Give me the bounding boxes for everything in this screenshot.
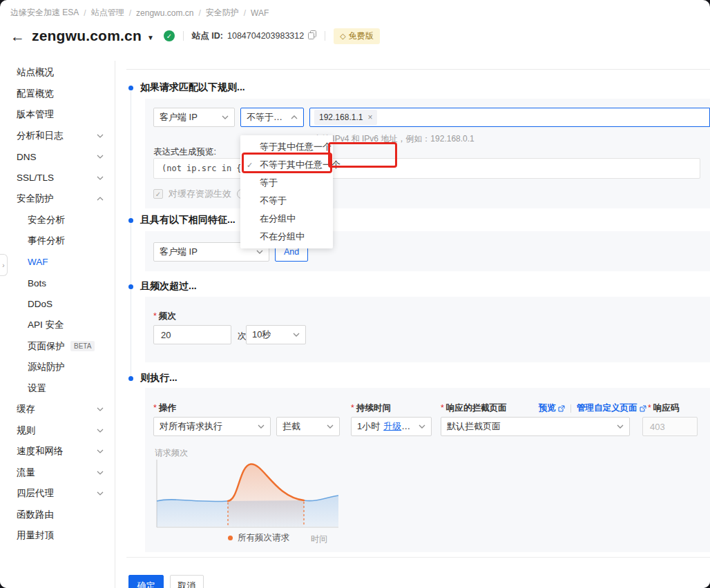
breadcrumb-item[interactable]: WAF	[251, 8, 269, 18]
sidebar-item-安全防护[interactable]: 安全防护	[0, 188, 115, 210]
sidebar-item-速度和网络[interactable]: 速度和网络	[0, 441, 115, 462]
frequency-panel: *频次 20 次/ 10秒	[145, 297, 710, 362]
ip-value: 192.168.1.1	[319, 112, 363, 122]
cache-checkbox[interactable]: ✓	[153, 189, 163, 199]
sidebar-item-label: 安全防护	[17, 193, 54, 205]
breadcrumb-item[interactable]: 边缘安全加速 ESA	[10, 7, 79, 19]
breadcrumb-item[interactable]: 安全防护	[206, 7, 239, 19]
frequency-input[interactable]: 20	[153, 325, 231, 344]
duration-value: 1小时升级至基础	[357, 420, 414, 433]
sidebar-item-label: 缓存	[17, 403, 35, 415]
sidebar-item-流量[interactable]: 流量	[0, 462, 115, 484]
copy-icon[interactable]	[308, 30, 316, 41]
sidebar-item-分析和日志[interactable]: 分析和日志	[0, 126, 115, 147]
sidebar-item-事件分析[interactable]: 事件分析	[0, 231, 115, 252]
manage-custom-page-link[interactable]: 管理自定义页面	[577, 402, 646, 414]
expression-preview-label: 表达式生成预览:	[153, 146, 216, 158]
expression-preview-code: (not ip.src in {192.168.1.1})	[153, 158, 700, 179]
breadcrumb-separator: /	[198, 8, 200, 18]
operator-menu-item-label: 等于	[260, 177, 278, 189]
sidebar-item-label: 配置概览	[17, 88, 54, 100]
plan-seal-icon: ◇	[340, 32, 345, 41]
sidebar-item-api-安全[interactable]: API 安全	[0, 315, 115, 336]
sidebar-item-版本管理[interactable]: 版本管理	[0, 104, 115, 126]
sidebar-item-规则[interactable]: 规则	[0, 420, 115, 442]
match-field-select[interactable]: 客户端 IP	[153, 108, 235, 127]
site-id: 站点 ID: 1084704203983312	[192, 30, 316, 42]
duration-select[interactable]: 1小时升级至基础	[351, 417, 432, 436]
sidebar-item-label: DNS	[17, 152, 37, 162]
breadcrumb-separator: /	[129, 8, 131, 18]
chevron-down-icon	[97, 491, 104, 496]
breadcrumb-item[interactable]: 站点管理	[91, 7, 124, 19]
rule-builder-panel: 客户端 IP 不等于其... 192.168.1.1 × 支持 IPv4 和 I…	[145, 99, 710, 208]
operator-dropdown-menu: 等于其中任意一个✓不等于其中任意一个等于不等于在分组中不在分组中	[240, 135, 333, 248]
required-mark: *	[648, 403, 651, 413]
sidebar-item-设置[interactable]: 设置	[0, 378, 115, 400]
sidebar-item-label: 事件分析	[28, 235, 65, 247]
sidebar-item-源站防护[interactable]: 源站防护	[0, 357, 115, 378]
response-code-input[interactable]: 403	[642, 417, 698, 436]
upgrade-link[interactable]: 升级至基础	[383, 421, 414, 431]
sidebar-item-四层代理[interactable]: 四层代理	[0, 483, 115, 504]
bullet-icon	[128, 218, 133, 223]
plan-badge-label: 免费版	[349, 30, 374, 42]
duration-value-text: 1小时	[357, 421, 380, 431]
operator-menu-item[interactable]: 等于	[240, 174, 333, 192]
block-page-label-text: 响应的拦截页面	[446, 403, 507, 413]
match-operator-select[interactable]: 不等于其...	[240, 108, 304, 127]
preview-link-text: 预览	[539, 402, 556, 414]
block-page-select[interactable]: 默认拦截页面	[441, 417, 630, 436]
sidebar-item-waf[interactable]: WAF	[0, 252, 115, 273]
section-frequency: 且频次超过...	[128, 280, 197, 293]
frequency-period-select[interactable]: 10秒	[246, 325, 306, 344]
sidebar-item-label: 源站防护	[28, 361, 65, 373]
sidebar-item-bots[interactable]: Bots	[0, 273, 115, 294]
operation-type-select[interactable]: 拦截	[276, 417, 340, 436]
tag-close-icon[interactable]: ×	[367, 112, 372, 122]
preview-link[interactable]: 预览	[539, 402, 565, 414]
operation-scope-select[interactable]: 对所有请求执行	[153, 417, 271, 436]
breadcrumb-item[interactable]: zengwu.com.cn	[136, 8, 193, 18]
operator-menu-item[interactable]: 在分组中	[240, 210, 333, 228]
sidebar-item-label: Bots	[28, 278, 46, 288]
chevron-down-icon	[97, 155, 104, 159]
sidebar-item-缓存[interactable]: 缓存	[0, 399, 115, 420]
external-link-icon	[640, 405, 646, 412]
sidebar-item-label: 流量	[17, 467, 35, 479]
breadcrumb: 边缘安全加速 ESA/站点管理/zengwu.com.cn/安全防护/WAF	[10, 7, 269, 19]
match-operator-value: 不等于其...	[247, 111, 287, 124]
match-value-input[interactable]: 192.168.1.1 ×	[309, 108, 710, 127]
action-panel: *操作 *持续时间 *响应的拦截页面 预览 管理自定义页面 *响应	[145, 388, 710, 552]
sidebar-item-页面保护[interactable]: 页面保护BETA	[0, 336, 115, 357]
sidebar-item-dns[interactable]: DNS	[0, 146, 115, 168]
sidebar-item-label: 用量封顶	[17, 529, 54, 542]
sidebar-item-ssl/tls[interactable]: SSL/TLS	[0, 168, 115, 189]
sidebar-item-配置概览[interactable]: 配置概览	[0, 84, 115, 105]
section-title: 则执行...	[140, 372, 178, 384]
section-characteristic: 且具有以下相同特征...	[128, 214, 236, 226]
sidebar-item-安全分析[interactable]: 安全分析	[0, 210, 115, 231]
sidebar-item-ddos[interactable]: DDoS	[0, 294, 115, 315]
operator-menu-item[interactable]: 不在分组中	[240, 228, 333, 246]
sidebar-item-函数路由[interactable]: 函数路由	[0, 504, 115, 526]
back-icon[interactable]: ←	[10, 29, 25, 43]
cancel-button[interactable]: 取消	[170, 575, 204, 588]
duration-label: *持续时间	[351, 402, 391, 414]
sidebar-item-用量封顶[interactable]: 用量封顶	[0, 525, 115, 547]
value-help-text: 支持 IPv4 和 IPv6 地址，例如：192.168.0.1	[314, 133, 474, 145]
sidebar-collapse-handle[interactable]: ›	[0, 254, 8, 276]
chevron-down-icon[interactable]: ▼	[147, 34, 154, 41]
operator-menu-item[interactable]: ✓不等于其中任意一个	[240, 156, 333, 174]
plan-badge[interactable]: ◇ 免费版	[334, 28, 379, 44]
external-link-icon	[558, 405, 565, 412]
sidebar-item-站点概况[interactable]: 站点概况	[0, 62, 115, 84]
confirm-button[interactable]: 确定	[128, 575, 164, 588]
operator-menu-item[interactable]: 等于其中任意一个	[240, 138, 333, 156]
chevron-down-icon	[97, 134, 104, 138]
operator-menu-item[interactable]: 不等于	[240, 192, 333, 210]
section-match-rule: 如果请求匹配以下规则...	[128, 81, 245, 94]
chevron-down-icon	[222, 115, 229, 119]
esa-console-window: 边缘安全加速 ESA/站点管理/zengwu.com.cn/安全防护/WAF ←…	[0, 0, 710, 588]
divider	[126, 557, 710, 558]
